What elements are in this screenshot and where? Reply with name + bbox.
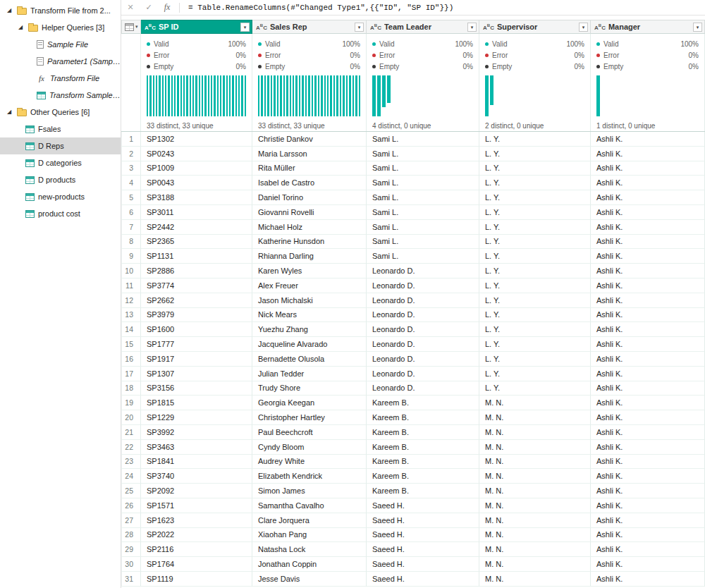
cell-sales-rep[interactable]: Daniel Torino (252, 190, 367, 205)
cell-team-leader[interactable]: Saeed H. (367, 572, 479, 587)
cell-sp-id[interactable]: SP2886 (141, 264, 252, 278)
cell-team-leader[interactable]: Leonardo D. (367, 278, 479, 293)
cell-manager[interactable]: Ashli K. (591, 308, 705, 323)
cell-supervisor[interactable]: M. N. (479, 572, 591, 587)
cell-manager[interactable]: Ashli K. (591, 381, 705, 396)
cell-sp-id[interactable]: SP2442 (141, 220, 252, 235)
cell-team-leader[interactable]: Leonardo D. (367, 367, 479, 381)
row-number[interactable]: 20 (121, 410, 141, 425)
cell-sales-rep[interactable]: Michael Holz (252, 220, 367, 235)
cell-team-leader[interactable]: Kareem B. (367, 425, 479, 440)
cell-sp-id[interactable]: SP3992 (141, 425, 252, 440)
filter-dropdown-icon[interactable]: ▾ (467, 23, 477, 32)
cell-supervisor[interactable]: L. Y. (479, 337, 591, 352)
row-number[interactable]: 6 (121, 205, 141, 220)
cell-supervisor[interactable]: M. N. (479, 396, 591, 410)
cell-manager[interactable]: Ashli K. (591, 528, 705, 543)
cell-sales-rep[interactable]: Audrey White (252, 455, 367, 470)
row-number[interactable]: 18 (121, 381, 141, 396)
cell-sp-id[interactable]: SP1229 (141, 410, 252, 425)
cell-supervisor[interactable]: M. N. (479, 469, 591, 484)
sidebar-item-parameter1-sampl[interactable]: Parameter1 (Sampl... (0, 53, 121, 70)
row-number[interactable]: 24 (121, 469, 141, 484)
row-number[interactable]: 2 (121, 147, 141, 161)
row-number[interactable]: 5 (121, 190, 141, 205)
sidebar-item-d-products[interactable]: D products (0, 171, 121, 188)
cell-team-leader[interactable]: Kareem B. (367, 455, 479, 470)
cell-sales-rep[interactable]: Katherine Hunsdon (252, 235, 367, 250)
sidebar-item-helper-queries-3[interactable]: ◢Helper Queries [3] (0, 19, 121, 36)
cell-team-leader[interactable]: Leonardo D. (367, 264, 479, 278)
row-number[interactable]: 14 (121, 322, 141, 337)
cell-team-leader[interactable]: Kareem B. (367, 396, 479, 410)
table-corner-button[interactable]: ▾ (121, 20, 141, 34)
cell-sp-id[interactable]: SP1307 (141, 367, 252, 381)
cell-supervisor[interactable]: L. Y. (479, 235, 591, 250)
cell-team-leader[interactable]: Sami L. (367, 132, 479, 147)
tree-expander-icon[interactable]: ◢ (7, 109, 13, 115)
row-number[interactable]: 1 (121, 132, 141, 147)
cell-sales-rep[interactable]: Paul Beechcroft (252, 425, 367, 440)
cell-supervisor[interactable]: M. N. (479, 410, 591, 425)
cell-manager[interactable]: Ashli K. (591, 264, 705, 278)
cell-sp-id[interactable]: SP3463 (141, 440, 252, 455)
cell-supervisor[interactable]: L. Y. (479, 176, 591, 190)
cell-manager[interactable]: Ashli K. (591, 176, 705, 190)
cell-team-leader[interactable]: Sami L. (367, 220, 479, 235)
formula-input[interactable]: = Table.RenameColumns(#"Changed Type1",{… (183, 4, 705, 12)
cell-manager[interactable]: Ashli K. (591, 132, 705, 147)
row-number[interactable]: 15 (121, 337, 141, 352)
cell-sp-id[interactable]: SP3188 (141, 190, 252, 205)
row-number[interactable]: 23 (121, 455, 141, 470)
cell-supervisor[interactable]: L. Y. (479, 161, 591, 176)
cell-sales-rep[interactable]: Christopher Hartley (252, 410, 367, 425)
cell-manager[interactable]: Ashli K. (591, 147, 705, 161)
cell-manager[interactable]: Ashli K. (591, 557, 705, 572)
cell-team-leader[interactable]: Saeed H. (367, 498, 479, 513)
cell-team-leader[interactable]: Sami L. (367, 205, 479, 220)
column-header-sp-id[interactable]: ABCSP ID▾ (141, 20, 252, 34)
cell-team-leader[interactable]: Saeed H. (367, 528, 479, 543)
cell-manager[interactable]: Ashli K. (591, 498, 705, 513)
cell-supervisor[interactable]: L. Y. (479, 322, 591, 337)
cell-sales-rep[interactable]: Natasha Lock (252, 542, 367, 557)
cell-sales-rep[interactable]: Jesse Davis (252, 572, 367, 587)
filter-dropdown-icon[interactable]: ▾ (240, 23, 250, 32)
cell-team-leader[interactable]: Leonardo D. (367, 352, 479, 367)
cell-supervisor[interactable]: L. Y. (479, 367, 591, 381)
cell-sp-id[interactable]: SP1841 (141, 455, 252, 470)
cell-sp-id[interactable]: SP1623 (141, 513, 252, 528)
cell-sales-rep[interactable]: Elizabeth Kendrick (252, 469, 367, 484)
cell-team-leader[interactable]: Leonardo D. (367, 293, 479, 308)
cell-sales-rep[interactable]: Xiaohan Pang (252, 528, 367, 543)
row-number[interactable]: 12 (121, 293, 141, 308)
cell-supervisor[interactable]: L. Y. (479, 190, 591, 205)
cell-sp-id[interactable]: SP3740 (141, 469, 252, 484)
sidebar-item-transform-file-from-2[interactable]: ◢Transform File from 2... (0, 2, 121, 19)
cell-manager[interactable]: Ashli K. (591, 396, 705, 410)
column-header-team-leader[interactable]: ABCTeam Leader▾ (367, 20, 479, 34)
cell-sp-id[interactable]: SP2662 (141, 293, 252, 308)
cell-sales-rep[interactable]: Julian Tedder (252, 367, 367, 381)
cell-sales-rep[interactable]: Jacqueline Alvarado (252, 337, 367, 352)
cell-supervisor[interactable]: M. N. (479, 455, 591, 470)
cell-sales-rep[interactable]: Jonathan Coppin (252, 557, 367, 572)
cell-manager[interactable]: Ashli K. (591, 455, 705, 470)
sidebar-item-transform-sample-file[interactable]: Transform Sample File (0, 87, 121, 104)
cell-sales-rep[interactable]: Christie Dankov (252, 132, 367, 147)
cell-supervisor[interactable]: L. Y. (479, 249, 591, 264)
cell-supervisor[interactable]: M. N. (479, 484, 591, 498)
cell-sales-rep[interactable]: Yuezhu Zhang (252, 322, 367, 337)
table-menu-dropdown-icon[interactable]: ▾ (135, 24, 138, 30)
value-distribution-histogram[interactable] (485, 75, 584, 116)
cell-supervisor[interactable]: M. N. (479, 425, 591, 440)
cell-sales-rep[interactable]: Karen Wyles (252, 264, 367, 278)
cell-sp-id[interactable]: SP2116 (141, 542, 252, 557)
cell-sp-id[interactable]: SP0043 (141, 176, 252, 190)
row-number[interactable]: 11 (121, 278, 141, 293)
filter-dropdown-icon[interactable]: ▾ (355, 23, 364, 32)
cell-sales-rep[interactable]: Clare Jorquera (252, 513, 367, 528)
row-number[interactable]: 27 (121, 513, 141, 528)
cell-sales-rep[interactable]: Isabel de Castro (252, 176, 367, 190)
cell-team-leader[interactable]: Kareem B. (367, 469, 479, 484)
